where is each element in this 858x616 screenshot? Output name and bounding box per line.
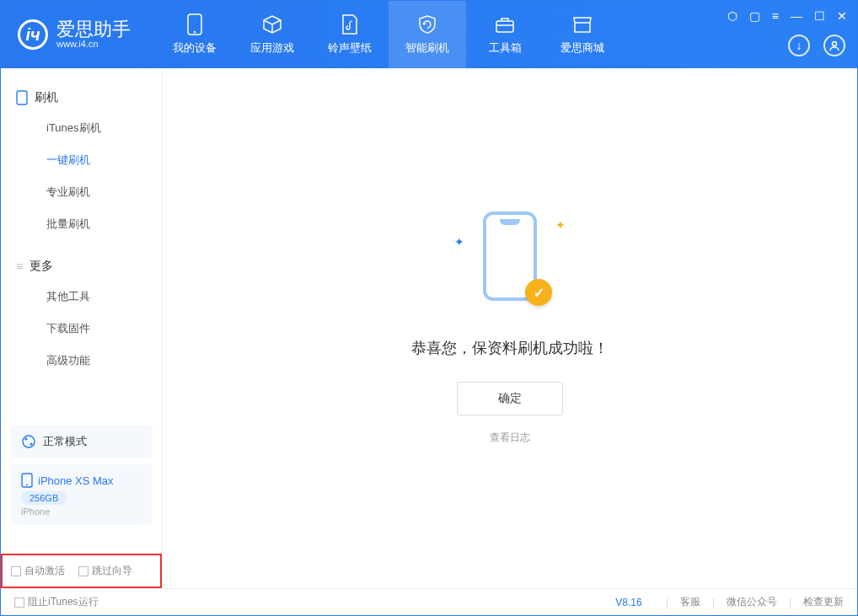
device-capacity: 256GB (21, 491, 67, 505)
device-name: iPhone XS Max (38, 474, 114, 487)
toolbox-icon (494, 13, 516, 35)
svg-point-9 (26, 485, 28, 486)
sidebar-group-flash: 刷机 (1, 83, 162, 112)
close-icon[interactable]: ✕ (837, 9, 847, 23)
main-tabs: 我的设备 应用游戏 铃声壁纸 智能刷机 工具箱 爱思商城 (156, 1, 621, 68)
tab-label: 我的设备 (173, 40, 217, 56)
success-message: 恭喜您，保资料刷机成功啦！ (411, 338, 609, 358)
checkbox-label: 自动激活 (24, 564, 65, 578)
footer-link-support[interactable]: 客服 (680, 595, 700, 609)
svg-point-1 (194, 31, 196, 33)
maximize-icon[interactable]: ☐ (814, 9, 825, 23)
tab-label: 工具箱 (489, 40, 522, 56)
list-icon: ≡ (16, 260, 23, 273)
app-url: www.i4.cn (56, 39, 131, 49)
sparkle-icon: ✦ (555, 218, 566, 232)
checkbox-label: 跳过向导 (92, 564, 132, 578)
download-icon[interactable]: ↓ (788, 35, 810, 56)
tab-my-device[interactable]: 我的设备 (156, 1, 233, 68)
logo-block: iч 爱思助手 www.i4.cn (1, 19, 147, 50)
footer-link-update[interactable]: 检查更新 (803, 595, 844, 609)
sidebar-item-other-tools[interactable]: 其他工具 (1, 281, 162, 313)
sidebar-item-oneclick-flash[interactable]: 一键刷机 (1, 144, 162, 176)
device-type: iPhone (21, 506, 142, 517)
app-header: iч 爱思助手 www.i4.cn 我的设备 应用游戏 铃声壁纸 智能刷机 工具… (1, 1, 857, 68)
main-content: ✦ ✦ ✓ 恭喜您，保资料刷机成功啦！ 确定 查看日志 (163, 68, 857, 588)
tab-apps-games[interactable]: 应用游戏 (233, 1, 311, 68)
success-illustration: ✦ ✦ ✓ (459, 212, 560, 313)
cube-icon (261, 13, 283, 35)
svg-rect-2 (496, 21, 513, 32)
version-label: V8.16 (615, 597, 641, 608)
tab-label: 铃声壁纸 (328, 40, 372, 56)
svg-point-7 (30, 443, 33, 446)
tab-ringtones[interactable]: 铃声壁纸 (311, 1, 389, 68)
ok-button[interactable]: 确定 (457, 382, 563, 415)
separator: | (789, 597, 791, 608)
sidebar-group-label: 刷机 (35, 90, 58, 105)
music-file-icon (339, 13, 361, 35)
separator: | (666, 597, 668, 608)
separator: | (712, 597, 715, 608)
tab-label: 智能刷机 (405, 40, 449, 56)
svg-point-6 (25, 438, 28, 441)
sidebar-group-more: ≡ 更多 (1, 252, 162, 281)
checkbox-auto-activate[interactable]: 自动激活 (11, 564, 65, 578)
sidebar: 刷机 iTunes刷机 一键刷机 专业刷机 批量刷机 ≡ 更多 其他工具 下载固… (1, 68, 163, 588)
sidebar-item-batch-flash[interactable]: 批量刷机 (1, 208, 162, 240)
checkbox-block-itunes[interactable]: 阻止iTunes运行 (14, 595, 99, 609)
tab-smart-flash[interactable]: 智能刷机 (389, 1, 466, 68)
minimize-icon[interactable]: — (791, 9, 802, 23)
mode-icon (21, 434, 36, 449)
window-controls: ⬡ ▢ ≡ — ☐ ✕ (727, 9, 847, 23)
sidebar-group-label: 更多 (29, 259, 53, 274)
menu-icon[interactable]: ≡ (772, 9, 779, 23)
footer-link-wechat[interactable]: 微信公众号 (727, 595, 777, 609)
header-action-icons: ↓ (788, 35, 845, 56)
tab-label: 应用游戏 (250, 40, 294, 56)
checkbox-skip-guide[interactable]: 跳过向导 (78, 564, 132, 578)
highlighted-options: 自动激活 跳过向导 (1, 554, 162, 588)
view-log-link[interactable]: 查看日志 (490, 431, 530, 445)
sidebar-item-itunes-flash[interactable]: iTunes刷机 (1, 112, 162, 144)
user-icon[interactable] (823, 35, 845, 56)
app-name: 爱思助手 (56, 20, 131, 39)
lock-icon[interactable]: ▢ (749, 9, 760, 23)
sidebar-item-download-firmware[interactable]: 下载固件 (1, 313, 162, 345)
tab-label: 爱思商城 (560, 40, 604, 56)
mode-box[interactable]: 正常模式 (11, 426, 152, 458)
shirt-icon[interactable]: ⬡ (727, 9, 737, 23)
svg-rect-4 (17, 91, 27, 104)
device-box[interactable]: iPhone XS Max 256GB iPhone (11, 464, 152, 525)
store-icon (571, 13, 593, 35)
checkbox-label: 阻止iTunes运行 (28, 595, 99, 609)
sparkle-icon: ✦ (454, 235, 464, 249)
logo-icon: iч (18, 19, 48, 50)
sidebar-item-pro-flash[interactable]: 专业刷机 (1, 176, 162, 208)
device-phone-icon (21, 473, 33, 488)
tab-toolbox[interactable]: 工具箱 (466, 1, 544, 68)
shield-refresh-icon (416, 13, 438, 35)
svg-point-3 (833, 42, 837, 46)
phone-icon (184, 13, 206, 35)
tab-store[interactable]: 爱思商城 (544, 1, 621, 68)
mode-label: 正常模式 (43, 434, 87, 449)
footer: 阻止iTunes运行 V8.16 | 客服 | 微信公众号 | 检查更新 (1, 588, 857, 615)
sidebar-item-advanced[interactable]: 高级功能 (1, 345, 162, 377)
phone-outline-icon (16, 90, 28, 105)
svg-point-5 (23, 436, 35, 447)
success-check-icon: ✓ (525, 279, 552, 306)
